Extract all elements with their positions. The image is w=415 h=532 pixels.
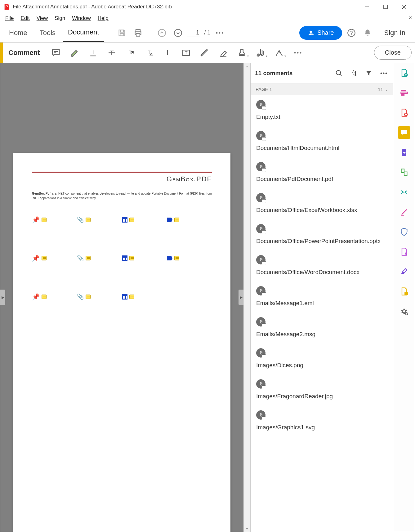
maximize-button[interactable] bbox=[376, 0, 395, 13]
attachment-annotation[interactable]: 📌 bbox=[32, 216, 77, 223]
underline-icon[interactable]: T bbox=[85, 45, 101, 61]
attachment-annotation[interactable]: 📎 bbox=[77, 216, 122, 223]
attachment-annotation[interactable]: 📌 bbox=[32, 293, 77, 300]
menu-help[interactable]: Help bbox=[95, 14, 112, 23]
more-tools-icon[interactable] bbox=[213, 26, 226, 40]
comment-item[interactable]: Images/FragonardReader.jpg bbox=[251, 374, 393, 405]
svg-rect-33 bbox=[404, 172, 407, 176]
comments-list[interactable]: Empty.txtDocuments/HtmlDocument.htmlDocu… bbox=[251, 95, 393, 532]
create-pdf-icon[interactable] bbox=[398, 67, 410, 79]
stamp-icon[interactable] bbox=[234, 45, 250, 61]
comment-toolbar: Comment T T T T T T Close bbox=[0, 43, 415, 63]
nav-pane-toggle-right[interactable]: ▶ bbox=[239, 290, 243, 305]
svg-text:T: T bbox=[91, 48, 96, 56]
pushpin-icon: 📌 bbox=[32, 216, 40, 223]
replace-text-icon[interactable]: T bbox=[122, 45, 138, 61]
scroll-down-icon[interactable]: ▼ bbox=[246, 525, 249, 532]
close-window-button[interactable] bbox=[395, 0, 413, 13]
comment-item[interactable]: Documents/Office/WordDocument.docx bbox=[251, 250, 393, 281]
filter-comments-icon[interactable] bbox=[364, 68, 374, 78]
more-comment-tools-icon[interactable] bbox=[290, 45, 306, 61]
vertical-scrollbar[interactable]: ▲ ▼ bbox=[243, 63, 250, 532]
svg-text:T: T bbox=[129, 49, 132, 54]
comment-item[interactable]: Emails/Message2.msg bbox=[251, 312, 393, 343]
strikethrough-icon[interactable]: T bbox=[104, 45, 120, 61]
close-doc-button[interactable]: ✕ bbox=[408, 15, 412, 20]
attachment-annotation[interactable] bbox=[122, 255, 167, 262]
comment-item[interactable]: Images/Graphics1.svg bbox=[251, 405, 393, 436]
menu-sign[interactable]: Sign bbox=[51, 14, 68, 23]
tab-home[interactable]: Home bbox=[4, 24, 32, 42]
combine-pdf-icon[interactable] bbox=[398, 87, 410, 99]
protect-icon[interactable] bbox=[398, 226, 410, 238]
redact-icon[interactable] bbox=[398, 206, 410, 218]
menu-file[interactable]: File bbox=[2, 14, 17, 23]
scroll-up-icon[interactable]: ▲ bbox=[246, 63, 249, 69]
menu-bar: File Edit View Sign Window Help ✕ bbox=[0, 13, 415, 23]
add-text-icon[interactable]: T bbox=[159, 45, 176, 61]
attachment-annotation[interactable]: 📎 bbox=[77, 293, 122, 300]
more-tools-rail-icon[interactable] bbox=[398, 305, 410, 318]
svg-point-18 bbox=[294, 52, 296, 53]
save-icon[interactable] bbox=[115, 26, 129, 40]
comments-page-group[interactable]: PAGE 1 11 ⌄ bbox=[251, 83, 393, 95]
highlight-icon[interactable] bbox=[66, 45, 83, 61]
page-up-icon[interactable] bbox=[155, 26, 169, 40]
tab-tools[interactable]: Tools bbox=[35, 24, 60, 42]
close-comment-button[interactable]: Close bbox=[374, 46, 412, 60]
text-box-icon[interactable]: T bbox=[178, 45, 194, 61]
attachment-annotation[interactable] bbox=[122, 293, 167, 300]
send-comments-icon[interactable] bbox=[398, 285, 410, 298]
attachment-annotation[interactable] bbox=[167, 255, 212, 262]
bell-icon[interactable] bbox=[361, 26, 374, 40]
print-icon[interactable] bbox=[131, 26, 145, 40]
comment-item[interactable]: Images/Dices.png bbox=[251, 343, 393, 374]
compress-pdf-icon[interactable] bbox=[398, 186, 410, 198]
attachment-annotation[interactable]: 📎 bbox=[77, 255, 122, 262]
help-icon[interactable]: ? bbox=[345, 26, 358, 40]
organize-pdf-icon[interactable] bbox=[398, 166, 410, 178]
tab-document[interactable]: Document bbox=[63, 23, 104, 42]
share-button[interactable]: Share bbox=[299, 26, 342, 40]
sort-comments-icon[interactable]: AZ bbox=[349, 68, 359, 78]
menu-window[interactable]: Window bbox=[69, 14, 94, 23]
draw-icon[interactable] bbox=[197, 45, 213, 61]
minimize-button[interactable] bbox=[358, 0, 376, 13]
search-comments-icon[interactable] bbox=[334, 68, 344, 78]
fill-sign-doc-icon[interactable] bbox=[398, 246, 410, 258]
tag-icon bbox=[167, 218, 172, 222]
attachment-annotation[interactable] bbox=[122, 216, 167, 223]
sticky-note-icon[interactable] bbox=[48, 45, 64, 61]
nav-pane-toggle-left[interactable]: ▶ bbox=[0, 290, 5, 305]
insert-text-icon[interactable]: T bbox=[141, 45, 157, 61]
comment-item[interactable]: Documents/PdfDocument.pdf bbox=[251, 157, 393, 188]
fill-sign-icon[interactable] bbox=[398, 265, 410, 278]
svg-point-24 bbox=[381, 72, 382, 74]
attachment-annotation[interactable] bbox=[167, 216, 212, 223]
page-number-input[interactable] bbox=[187, 29, 200, 37]
svg-rect-0 bbox=[384, 5, 387, 9]
comment-filename: Documents/Office/ExcelWorkbook.xlsx bbox=[256, 207, 387, 214]
comment-item[interactable]: Documents/HtmlDocument.html bbox=[251, 126, 393, 157]
drawing-tools-icon[interactable] bbox=[271, 45, 287, 61]
edit-pdf-icon[interactable] bbox=[398, 106, 410, 119]
erase-icon[interactable] bbox=[215, 45, 231, 61]
attachment-annotation[interactable]: 📌 bbox=[32, 255, 77, 262]
document-viewport[interactable]: ▶ ▶ GemBox.PDF GemBox.Pdf is a .NET comp… bbox=[0, 63, 243, 532]
page-down-icon[interactable] bbox=[171, 26, 185, 40]
more-comments-icon[interactable] bbox=[379, 68, 389, 78]
signin-button[interactable]: Sign In bbox=[384, 29, 406, 37]
comment-item[interactable]: Documents/Office/PowerPointPresentation.… bbox=[251, 219, 393, 250]
comment-tool-icon[interactable] bbox=[398, 126, 410, 139]
svg-text:A: A bbox=[352, 70, 355, 73]
comment-item[interactable]: Documents/Office/ExcelWorkbook.xlsx bbox=[251, 188, 393, 219]
acrobat-icon bbox=[3, 3, 10, 10]
comment-item[interactable]: Emails/Message1.eml bbox=[251, 281, 393, 312]
attach-icon[interactable] bbox=[252, 45, 269, 61]
attachment-comment-icon bbox=[256, 162, 266, 171]
export-pdf-icon[interactable] bbox=[398, 146, 410, 159]
svg-text:?: ? bbox=[350, 30, 353, 35]
menu-view[interactable]: View bbox=[33, 14, 51, 23]
comment-item[interactable]: Empty.txt bbox=[251, 95, 393, 126]
menu-edit[interactable]: Edit bbox=[17, 14, 33, 23]
